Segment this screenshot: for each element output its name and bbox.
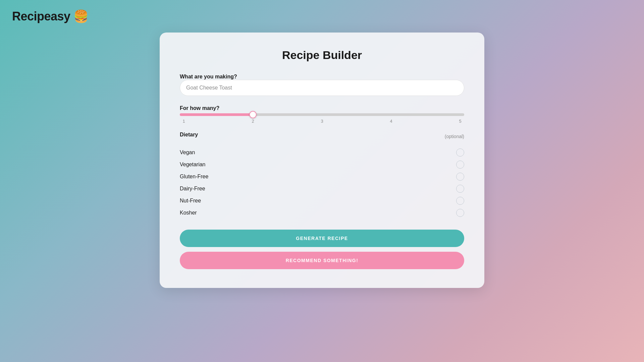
- dairy-free-checkbox[interactable]: [456, 185, 464, 193]
- dietary-item-gluten-free: Gluten-Free: [180, 171, 464, 183]
- gluten-free-label: Gluten-Free: [180, 174, 208, 180]
- gluten-free-checkbox[interactable]: [456, 173, 464, 181]
- dietary-item-kosher: Kosher: [180, 207, 464, 219]
- vegan-checkbox[interactable]: [456, 148, 464, 157]
- slider-wrapper: [180, 111, 464, 117]
- kosher-label: Kosher: [180, 210, 197, 216]
- tick-4: 4: [388, 119, 394, 124]
- dietary-item-dairy-free: Dairy-Free: [180, 183, 464, 195]
- tick-1: 1: [180, 119, 187, 124]
- how-many-label: For how many?: [180, 105, 219, 111]
- what-label: What are you making?: [180, 74, 237, 79]
- dairy-free-label: Dairy-Free: [180, 186, 205, 192]
- page-title: Recipe Builder: [180, 49, 464, 62]
- nut-free-label: Nut-Free: [180, 198, 201, 204]
- nut-free-checkbox[interactable]: [456, 197, 464, 205]
- serving-size-section: For how many? 1 2 3 4 5: [180, 105, 464, 124]
- kosher-checkbox[interactable]: [456, 209, 464, 217]
- dietary-item-nut-free: Nut-Free: [180, 195, 464, 207]
- app-title: Recipeasy 🍔: [12, 9, 89, 23]
- dietary-item-vegan: Vegan: [180, 146, 464, 159]
- tick-3: 3: [319, 119, 325, 124]
- dietary-label: Dietary: [180, 132, 198, 138]
- recipe-name-input[interactable]: [180, 80, 464, 96]
- vegetarian-label: Vegetarian: [180, 162, 206, 168]
- tick-2: 2: [250, 119, 256, 124]
- generate-recipe-button[interactable]: GENERATE RECIPE: [180, 230, 464, 247]
- recommend-button[interactable]: RECOMMEND SOMETHING!: [180, 252, 464, 269]
- dietary-item-vegetarian: Vegetarian: [180, 159, 464, 171]
- vegetarian-checkbox[interactable]: [456, 161, 464, 169]
- dietary-optional: (optional): [445, 134, 464, 139]
- dietary-header: Dietary (optional): [180, 132, 464, 141]
- tick-5: 5: [457, 119, 464, 124]
- serving-slider[interactable]: [180, 113, 464, 116]
- slider-ticks: 1 2 3 4 5: [180, 119, 464, 124]
- recipe-builder-card: Recipe Builder What are you making? For …: [160, 33, 484, 288]
- dietary-section: Dietary (optional) Vegan Vegetarian Glut…: [180, 132, 464, 219]
- vegan-label: Vegan: [180, 149, 195, 156]
